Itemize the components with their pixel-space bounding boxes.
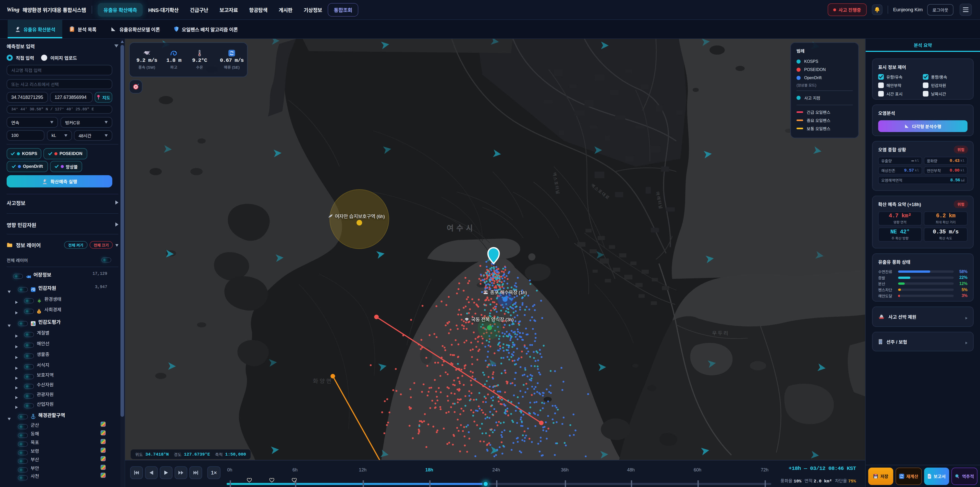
svg-text:화양면: 화양면 bbox=[313, 377, 333, 385]
svg-text:여수시: 여수시 bbox=[447, 222, 476, 233]
svg-text:$: $ bbox=[38, 311, 40, 313]
svg-text:우두리: 우두리 bbox=[712, 329, 729, 337]
